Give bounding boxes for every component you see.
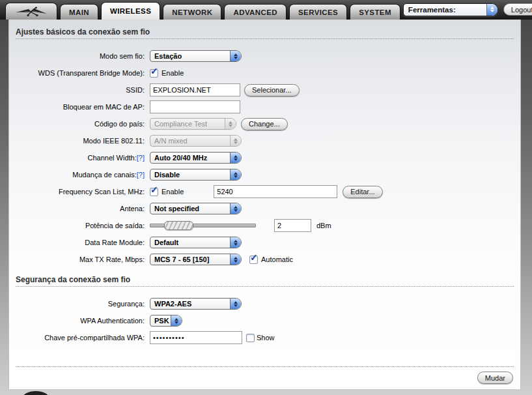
wireless-mode-row: Modo sem fio: Estação xyxy=(9,50,520,63)
wds-label: WDS (Transparent Bridge Mode): xyxy=(9,69,147,77)
show-key-text: Show xyxy=(257,334,275,342)
basic-section-title: Ajustes básicos da conexão sem fio xyxy=(16,27,514,39)
country-code-select: Compliance Test xyxy=(150,118,236,130)
tab-system[interactable]: SYSTEM xyxy=(350,4,400,20)
wireless-mode-value: Estação xyxy=(150,52,230,60)
output-power-label: Potência de saída: xyxy=(9,222,147,229)
wireless-mode-select[interactable]: Estação xyxy=(150,50,242,62)
ieee-mode-row: Modo IEEE 802.11: A/N mixed xyxy=(9,134,520,147)
channel-shifting-select[interactable]: Disable xyxy=(150,169,242,181)
stepper-icon xyxy=(230,254,241,265)
ieee-mode-value: A/N mixed xyxy=(150,137,230,145)
ieee-mode-label: Modo IEEE 802.11: xyxy=(9,137,147,145)
wds-row: WDS (Transparent Bridge Mode): ✓ Enable xyxy=(9,66,520,80)
channel-shifting-label: Mudança de canais:[?] xyxy=(9,171,147,179)
stepper-icon xyxy=(225,119,236,129)
ssid-select-button[interactable]: Selecionar... xyxy=(244,84,300,96)
stepper-icon xyxy=(230,299,241,309)
channel-width-select[interactable]: Auto 20/40 MHz xyxy=(150,152,242,164)
output-power-input[interactable] xyxy=(274,219,311,232)
security-section-title: Segurança da conexão sem fio xyxy=(16,275,514,287)
country-code-row: Código do país: Compliance Test Change..… xyxy=(9,117,520,130)
wpa-preshared-key-label: Chave pré-compartilhada WPA: xyxy=(9,334,147,342)
channel-width-help-link[interactable]: [?] xyxy=(137,154,145,162)
channel-width-label: Channel Width:[?] xyxy=(9,154,147,162)
channel-shifting-row: Mudança de canais:[?] Disable xyxy=(9,168,520,181)
antenna-row: Antena: Not specified xyxy=(9,202,520,215)
lock-ap-mac-input[interactable] xyxy=(150,100,240,113)
change-button[interactable]: Mudar xyxy=(477,372,513,384)
show-key-checkbox[interactable] xyxy=(246,334,255,342)
tools-dropdown-label: Ferramentas: xyxy=(404,6,486,14)
check-icon: ✓ xyxy=(150,66,158,76)
country-code-label: Código do país: xyxy=(9,120,147,128)
ssid-row: SSID: Selecionar... xyxy=(9,83,520,96)
wpa-preshared-key-input[interactable] xyxy=(150,331,242,344)
stepper-icon xyxy=(230,153,241,163)
brand-logo-tab[interactable] xyxy=(5,3,57,20)
lock-ap-mac-label: Bloquear em MAC de AP: xyxy=(9,103,147,111)
content-panel: Ajustes básicos da conexão sem fio Modo … xyxy=(8,20,521,389)
max-tx-rate-automatic-checkbox[interactable]: ✓ xyxy=(249,256,258,264)
wpa-authentication-row: WPA Authentication: PSK xyxy=(9,314,520,327)
frequency-scan-label: Frequency Scan List, MHz: xyxy=(9,188,147,196)
check-icon: ✓ xyxy=(150,185,158,194)
tab-main[interactable]: MAIN xyxy=(60,4,98,20)
logout-button[interactable]: Logout xyxy=(503,3,532,16)
max-tx-rate-automatic-text: Automatic xyxy=(261,256,293,263)
ieee-mode-select: A/N mixed xyxy=(150,135,242,147)
security-select[interactable]: WPA2-AES xyxy=(150,298,242,310)
tab-network[interactable]: NETWORK xyxy=(163,4,221,20)
channel-width-row: Channel Width:[?] Auto 20/40 MHz xyxy=(9,151,520,164)
frequency-scan-enable-checkbox[interactable]: ✓ xyxy=(150,188,158,196)
security-row: Segurança: WPA2-AES xyxy=(9,297,520,310)
wpa-authentication-label: WPA Authentication: xyxy=(9,317,147,325)
max-tx-rate-row: Max TX Rate, Mbps: MCS 7 - 65 [150] ✓ Au… xyxy=(9,253,520,266)
channel-shifting-help-link[interactable]: [?] xyxy=(137,171,145,179)
frequency-scan-row: Frequency Scan List, MHz: ✓ Enable Edita… xyxy=(9,185,520,198)
ubiquiti-antenna-icon xyxy=(23,391,49,395)
max-tx-rate-select[interactable]: MCS 7 - 65 [150] xyxy=(150,254,242,265)
frequency-scan-enable-text: Enable xyxy=(161,188,184,196)
antenna-select[interactable]: Not specified xyxy=(150,203,242,214)
check-icon: ✓ xyxy=(250,253,258,262)
ssid-input[interactable] xyxy=(150,83,240,96)
lock-ap-mac-row: Bloquear em MAC de AP: xyxy=(9,100,520,113)
data-rate-module-select[interactable]: Default xyxy=(150,237,242,248)
max-tx-rate-label: Max TX Rate, Mbps: xyxy=(9,256,147,263)
country-code-value: Compliance Test xyxy=(150,120,225,128)
stepper-icon xyxy=(230,237,241,248)
data-rate-module-value: Default xyxy=(150,239,230,246)
channel-shifting-value: Disable xyxy=(150,171,230,179)
footer-divider xyxy=(16,366,514,367)
stepper-icon xyxy=(171,315,182,326)
security-label: Segurança: xyxy=(9,300,147,308)
antenna-value: Not specified xyxy=(150,205,230,212)
frequency-scan-edit-button[interactable]: Editar... xyxy=(343,186,382,198)
country-change-button[interactable]: Change... xyxy=(241,118,288,130)
top-nav-bar: MAIN WIRELESS NETWORK ADVANCED SERVICES … xyxy=(0,0,532,20)
data-rate-module-label: Data Rate Module: xyxy=(9,239,147,246)
max-tx-rate-value: MCS 7 - 65 [150] xyxy=(150,256,230,263)
security-section-rows: Segurança: WPA2-AES WPA Authentication: … xyxy=(9,297,520,344)
tab-wireless[interactable]: WIRELESS xyxy=(101,2,160,20)
tab-services[interactable]: SERVICES xyxy=(289,4,347,20)
frequency-scan-list-input[interactable] xyxy=(214,185,337,198)
ssid-label: SSID: xyxy=(9,86,147,94)
wds-enable-checkbox[interactable]: ✓ xyxy=(150,69,158,78)
wpa-authentication-value: PSK xyxy=(150,317,171,325)
tools-dropdown[interactable]: Ferramentas: xyxy=(403,3,498,16)
basic-section-rows: Modo sem fio: Estação WDS (Transparent B… xyxy=(9,50,520,266)
output-power-unit: dBm xyxy=(316,222,331,229)
output-power-slider[interactable] xyxy=(150,221,256,230)
wpa-authentication-select[interactable]: PSK xyxy=(150,315,182,327)
stepper-icon xyxy=(486,4,497,16)
slider-handle[interactable] xyxy=(164,221,193,230)
security-value: WPA2-AES xyxy=(150,300,230,308)
data-rate-module-row: Data Rate Module: Default xyxy=(9,236,520,249)
stepper-icon xyxy=(230,169,241,180)
airos-wireless-page: { "header": { "tabs": [ { "label": "MAIN… xyxy=(0,0,532,395)
ubiquiti-antenna-icon xyxy=(14,7,48,17)
tab-advanced[interactable]: ADVANCED xyxy=(224,4,287,20)
antenna-label: Antena: xyxy=(9,205,147,212)
